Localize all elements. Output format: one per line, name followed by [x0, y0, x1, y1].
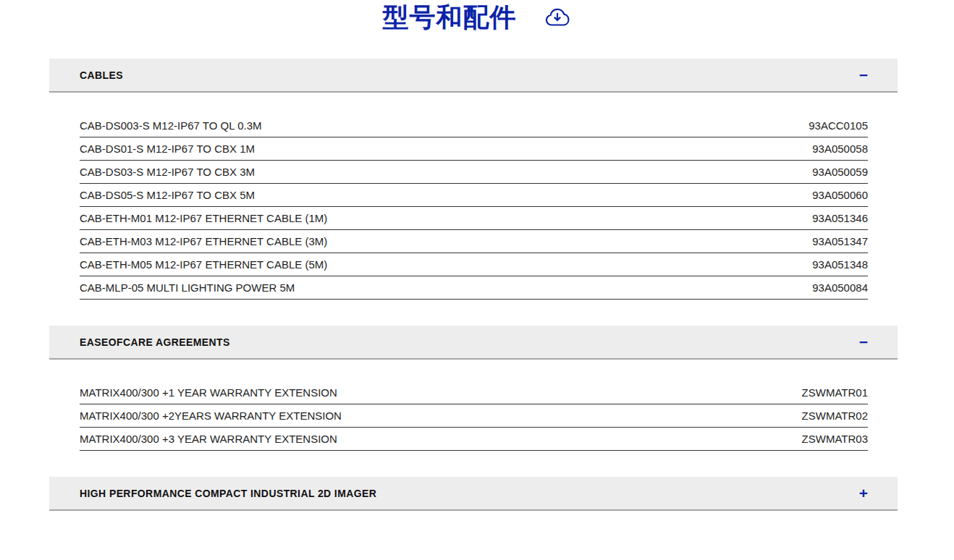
product-row: MATRIX400/300 +3 YEAR WARRANTY EXTENSION…: [80, 428, 868, 451]
page-title: 型号和配件: [383, 4, 517, 30]
product-row: CAB-DS01-S M12-IP67 TO CBX 1M 93A050058: [80, 137, 868, 161]
part-number: ZSWMATR01: [802, 386, 868, 399]
product-name: MATRIX400/300 +2YEARS WARRANTY EXTENSION: [80, 410, 342, 422]
product-row: MATRIX400/300 +1 YEAR WARRANTY EXTENSION…: [80, 381, 868, 404]
part-number: 93A050059: [812, 166, 868, 178]
product-row: CAB-ETH-M03 M12-IP67 ETHERNET CABLE (3M)…: [80, 230, 868, 253]
accordion-section: EASEOFCARE AGREEMENTS − MATRIX400/300 +1…: [49, 326, 898, 451]
product-name: CAB-MLP-05 MULTI LIGHTING POWER 5M: [80, 281, 295, 294]
part-number: 93A050060: [812, 189, 868, 201]
section-rows: CAB-DS003-S M12-IP67 TO QL 0.3M 93ACC010…: [80, 114, 868, 300]
part-number: 93A050058: [812, 143, 868, 155]
product-name: CAB-DS003-S M12-IP67 TO QL 0.3M: [80, 119, 262, 132]
toggle-icon[interactable]: −: [859, 334, 868, 349]
part-number: 93A051346: [812, 212, 868, 224]
part-number: 93A051347: [812, 235, 868, 247]
product-row: CAB-ETH-M05 M12-IP67 ETHERNET CABLE (5M)…: [80, 253, 868, 276]
section-title: EASEOFCARE AGREEMENTS: [80, 336, 230, 348]
part-number: 93A051348: [812, 258, 868, 271]
product-name: CAB-DS01-S M12-IP67 TO CBX 1M: [80, 143, 255, 155]
toggle-icon[interactable]: −: [859, 67, 868, 82]
section-header[interactable]: HIGH PERFORMANCE COMPACT INDUSTRIAL 2D I…: [49, 477, 898, 511]
accordion-sections: CABLES − CAB-DS003-S M12-IP67 TO QL 0.3M…: [49, 59, 898, 511]
part-number: 93ACC0105: [809, 119, 868, 132]
product-row: CAB-DS03-S M12-IP67 TO CBX 3M 93A050059: [80, 161, 868, 184]
part-number: ZSWMATR02: [802, 410, 868, 422]
product-name: CAB-DS03-S M12-IP67 TO CBX 3M: [80, 166, 255, 178]
accordion-section: HIGH PERFORMANCE COMPACT INDUSTRIAL 2D I…: [49, 477, 898, 511]
product-row: CAB-MLP-05 MULTI LIGHTING POWER 5M 93A05…: [80, 276, 868, 300]
section-title: HIGH PERFORMANCE COMPACT INDUSTRIAL 2D I…: [80, 488, 376, 499]
part-number: ZSWMATR03: [802, 433, 868, 445]
section-header[interactable]: EASEOFCARE AGREEMENTS −: [49, 326, 898, 360]
title-bar: 型号和配件: [0, 0, 954, 33]
product-row: MATRIX400/300 +2YEARS WARRANTY EXTENSION…: [80, 404, 868, 428]
cloud-download-icon[interactable]: [543, 6, 572, 30]
product-name: MATRIX400/300 +1 YEAR WARRANTY EXTENSION: [80, 386, 337, 399]
product-name: CAB-ETH-M01 M12-IP67 ETHERNET CABLE (1M): [80, 212, 327, 224]
toggle-icon[interactable]: +: [859, 485, 868, 501]
section-rows: MATRIX400/300 +1 YEAR WARRANTY EXTENSION…: [80, 381, 868, 451]
part-number: 93A050084: [812, 281, 868, 294]
section-title: CABLES: [80, 69, 123, 81]
product-name: CAB-ETH-M05 M12-IP67 ETHERNET CABLE (5M): [80, 258, 327, 271]
product-row: CAB-DS05-S M12-IP67 TO CBX 5M 93A050060: [80, 184, 868, 207]
product-name: MATRIX400/300 +3 YEAR WARRANTY EXTENSION: [80, 433, 337, 445]
product-name: CAB-DS05-S M12-IP67 TO CBX 5M: [80, 189, 255, 201]
section-header[interactable]: CABLES −: [49, 59, 898, 93]
product-row: CAB-ETH-M01 M12-IP67 ETHERNET CABLE (1M)…: [80, 207, 868, 230]
accordion-section: CABLES − CAB-DS003-S M12-IP67 TO QL 0.3M…: [49, 59, 898, 300]
product-name: CAB-ETH-M03 M12-IP67 ETHERNET CABLE (3M): [80, 235, 327, 247]
product-row: CAB-DS003-S M12-IP67 TO QL 0.3M 93ACC010…: [80, 114, 868, 137]
